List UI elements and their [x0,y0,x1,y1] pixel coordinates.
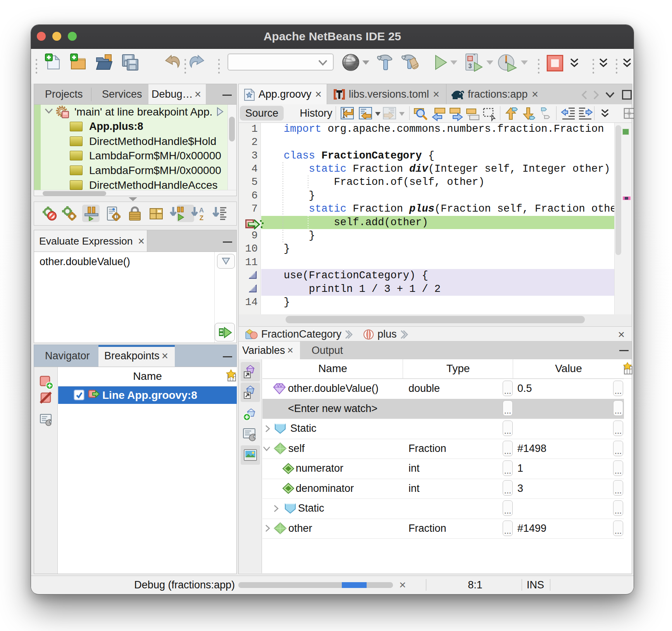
svg-text:Z: Z [200,214,203,221]
svg-text:3: 3 [469,63,472,69]
svg-text:A: A [199,207,204,214]
